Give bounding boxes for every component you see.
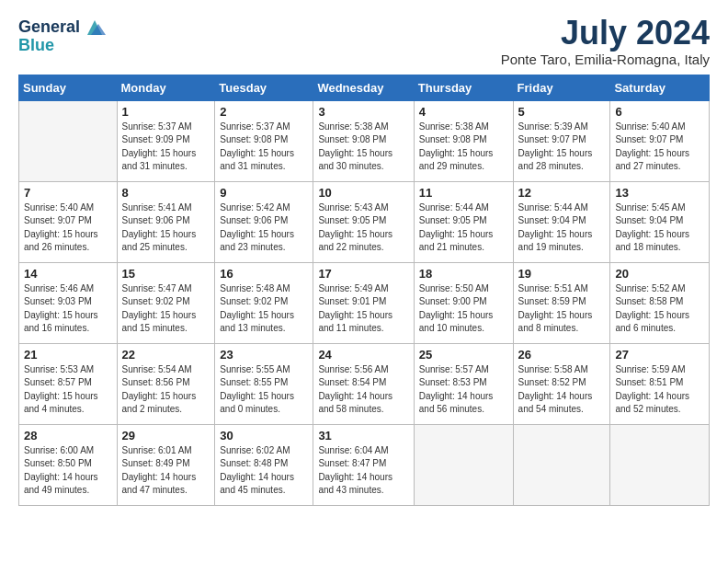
day-number: 26 [518,348,606,362]
day-info: Sunrise: 6:04 AM Sunset: 8:47 PM Dayligh… [318,444,408,498]
day-info: Sunrise: 6:02 AM Sunset: 8:48 PM Dayligh… [220,444,308,498]
day-info: Sunrise: 5:39 AM Sunset: 9:07 PM Dayligh… [518,121,606,174]
day-number: 18 [419,267,508,281]
day-info: Sunrise: 5:45 AM Sunset: 9:04 PM Dayligh… [615,201,704,255]
day-info: Sunrise: 6:00 AM Sunset: 8:50 PM Dayligh… [24,444,112,498]
calendar-cell [610,424,710,505]
calendar-cell: 18Sunrise: 5:50 AM Sunset: 9:00 PM Dayli… [414,262,513,343]
calendar-cell [414,424,513,505]
calendar-cell: 28Sunrise: 6:00 AM Sunset: 8:50 PM Dayli… [19,424,118,505]
calendar-cell: 29Sunrise: 6:01 AM Sunset: 8:49 PM Dayli… [117,424,215,505]
day-info: Sunrise: 5:43 AM Sunset: 9:05 PM Dayligh… [318,201,408,255]
day-number: 30 [220,429,308,442]
day-info: Sunrise: 5:38 AM Sunset: 9:08 PM Dayligh… [419,121,508,174]
location-title: Ponte Taro, Emilia-Romagna, Italy [501,52,710,67]
day-number: 31 [318,429,408,442]
logo-text: General [18,18,80,37]
calendar-cell: 25Sunrise: 5:57 AM Sunset: 8:53 PM Dayli… [414,343,513,424]
calendar-cell [513,424,610,505]
day-info: Sunrise: 5:49 AM Sunset: 9:01 PM Dayligh… [318,282,408,336]
title-block: July 2024 Ponte Taro, Emilia-Romagna, It… [501,15,710,67]
day-info: Sunrise: 5:42 AM Sunset: 9:06 PM Dayligh… [220,201,308,255]
weekday-header-wednesday: Wednesday [313,75,414,100]
calendar-cell: 31Sunrise: 6:04 AM Sunset: 8:47 PM Dayli… [313,424,414,505]
week-row-5: 28Sunrise: 6:00 AM Sunset: 8:50 PM Dayli… [19,424,710,505]
day-number: 9 [220,186,308,200]
weekday-header-row: SundayMondayTuesdayWednesdayThursdayFrid… [19,75,710,100]
logo-icon [82,15,108,40]
week-row-1: 1Sunrise: 5:37 AM Sunset: 9:09 PM Daylig… [19,100,710,181]
day-number: 2 [220,105,308,119]
day-info: Sunrise: 5:37 AM Sunset: 9:08 PM Dayligh… [220,121,308,174]
calendar-cell: 15Sunrise: 5:47 AM Sunset: 9:02 PM Dayli… [117,262,215,343]
weekday-header-friday: Friday [513,75,610,100]
day-number: 15 [122,267,210,281]
day-number: 23 [220,348,308,362]
calendar-cell: 19Sunrise: 5:51 AM Sunset: 8:59 PM Dayli… [513,262,610,343]
day-number: 19 [518,267,606,281]
calendar-cell: 12Sunrise: 5:44 AM Sunset: 9:04 PM Dayli… [513,181,610,262]
day-info: Sunrise: 5:55 AM Sunset: 8:55 PM Dayligh… [220,363,308,417]
calendar-cell: 4Sunrise: 5:38 AM Sunset: 9:08 PM Daylig… [414,100,513,181]
day-info: Sunrise: 5:44 AM Sunset: 9:05 PM Dayligh… [419,201,508,255]
weekday-header-monday: Monday [117,75,215,100]
calendar-cell: 24Sunrise: 5:56 AM Sunset: 8:54 PM Dayli… [313,343,414,424]
week-row-4: 21Sunrise: 5:53 AM Sunset: 8:57 PM Dayli… [19,343,710,424]
day-info: Sunrise: 5:57 AM Sunset: 8:53 PM Dayligh… [419,363,508,417]
calendar-cell: 20Sunrise: 5:52 AM Sunset: 8:58 PM Dayli… [610,262,710,343]
calendar-cell: 11Sunrise: 5:44 AM Sunset: 9:05 PM Dayli… [414,181,513,262]
weekday-header-sunday: Sunday [19,75,118,100]
day-number: 6 [615,105,704,119]
day-number: 1 [122,105,210,119]
day-info: Sunrise: 5:41 AM Sunset: 9:06 PM Dayligh… [122,201,210,255]
day-info: Sunrise: 5:56 AM Sunset: 8:54 PM Dayligh… [318,363,408,417]
weekday-header-thursday: Thursday [414,75,513,100]
calendar-cell: 7Sunrise: 5:40 AM Sunset: 9:07 PM Daylig… [19,181,118,262]
day-info: Sunrise: 5:46 AM Sunset: 9:03 PM Dayligh… [24,282,112,336]
day-number: 11 [419,186,508,200]
calendar-cell: 21Sunrise: 5:53 AM Sunset: 8:57 PM Dayli… [19,343,118,424]
header: General Blue July 2024 Ponte Taro, Emili… [18,15,710,67]
calendar-cell: 30Sunrise: 6:02 AM Sunset: 8:48 PM Dayli… [215,424,313,505]
day-number: 27 [615,348,704,362]
day-info: Sunrise: 5:52 AM Sunset: 8:58 PM Dayligh… [615,282,704,336]
weekday-header-saturday: Saturday [610,75,710,100]
day-number: 16 [220,267,308,281]
day-info: Sunrise: 5:50 AM Sunset: 9:00 PM Dayligh… [419,282,508,336]
day-number: 8 [122,186,210,200]
day-info: Sunrise: 5:44 AM Sunset: 9:04 PM Dayligh… [518,201,606,255]
calendar-cell: 3Sunrise: 5:38 AM Sunset: 9:08 PM Daylig… [313,100,414,181]
day-number: 22 [122,348,210,362]
calendar-cell: 22Sunrise: 5:54 AM Sunset: 8:56 PM Dayli… [117,343,215,424]
calendar-cell: 10Sunrise: 5:43 AM Sunset: 9:05 PM Dayli… [313,181,414,262]
calendar-cell: 16Sunrise: 5:48 AM Sunset: 9:02 PM Dayli… [215,262,313,343]
calendar-cell: 2Sunrise: 5:37 AM Sunset: 9:08 PM Daylig… [215,100,313,181]
day-number: 14 [24,267,112,281]
calendar-cell: 14Sunrise: 5:46 AM Sunset: 9:03 PM Dayli… [19,262,118,343]
day-info: Sunrise: 5:40 AM Sunset: 9:07 PM Dayligh… [615,121,704,174]
day-info: Sunrise: 5:48 AM Sunset: 9:02 PM Dayligh… [220,282,308,336]
day-number: 28 [24,429,112,442]
week-row-2: 7Sunrise: 5:40 AM Sunset: 9:07 PM Daylig… [19,181,710,262]
calendar-cell: 1Sunrise: 5:37 AM Sunset: 9:09 PM Daylig… [117,100,215,181]
day-info: Sunrise: 5:53 AM Sunset: 8:57 PM Dayligh… [24,363,112,417]
day-number: 5 [518,105,606,119]
day-number: 20 [615,267,704,281]
calendar-cell [19,100,118,181]
logo: General Blue [18,15,108,55]
day-info: Sunrise: 5:40 AM Sunset: 9:07 PM Dayligh… [24,201,112,255]
calendar-cell: 17Sunrise: 5:49 AM Sunset: 9:01 PM Dayli… [313,262,414,343]
calendar-cell: 5Sunrise: 5:39 AM Sunset: 9:07 PM Daylig… [513,100,610,181]
day-info: Sunrise: 5:37 AM Sunset: 9:09 PM Dayligh… [122,121,210,174]
day-number: 4 [419,105,508,119]
calendar-table: SundayMondayTuesdayWednesdayThursdayFrid… [18,75,710,506]
day-number: 29 [122,429,210,442]
calendar-cell: 9Sunrise: 5:42 AM Sunset: 9:06 PM Daylig… [215,181,313,262]
day-info: Sunrise: 5:38 AM Sunset: 9:08 PM Dayligh… [318,121,408,174]
day-info: Sunrise: 5:58 AM Sunset: 8:52 PM Dayligh… [518,363,606,417]
week-row-3: 14Sunrise: 5:46 AM Sunset: 9:03 PM Dayli… [19,262,710,343]
calendar-cell: 26Sunrise: 5:58 AM Sunset: 8:52 PM Dayli… [513,343,610,424]
day-number: 21 [24,348,112,362]
day-number: 7 [24,186,112,200]
calendar-cell: 8Sunrise: 5:41 AM Sunset: 9:06 PM Daylig… [117,181,215,262]
